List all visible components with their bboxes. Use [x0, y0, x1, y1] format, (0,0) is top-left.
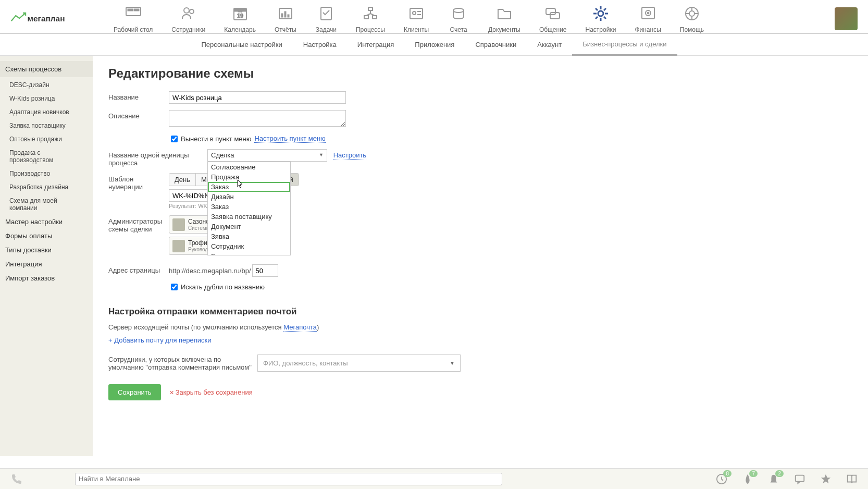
- unit-opt-3[interactable]: Дизайн: [208, 192, 290, 202]
- top-nav: мегаплан Рабочий стол Сотрудники апр19Ка…: [0, 0, 868, 34]
- sidebar-section-0[interactable]: Мастер настройки: [0, 215, 93, 229]
- megamail-link[interactable]: Мегапочта: [283, 323, 317, 332]
- menu-checkbox-label: Вынести в пункт меню: [181, 135, 251, 143]
- dup-label: Искать дубли по названию: [181, 283, 265, 291]
- sidebar-schema-3[interactable]: Заявка поставщику: [0, 119, 93, 132]
- sidebar-schema-1[interactable]: W-Kids розница: [0, 92, 93, 105]
- svg-rect-16: [364, 16, 368, 19]
- svg-rect-15: [368, 7, 373, 10]
- chat-icon: [542, 4, 564, 23]
- add-mail-link[interactable]: Добавить почту для переписки: [108, 336, 852, 344]
- nav-documents[interactable]: Документы: [479, 4, 530, 33]
- unit-opt-0[interactable]: Согласование: [208, 162, 290, 172]
- nav-tasks[interactable]: Задачи: [306, 4, 346, 33]
- sidebar-section-4[interactable]: Импорт заказов: [0, 271, 93, 285]
- nav-reports[interactable]: Отчёты: [265, 4, 306, 33]
- safe-icon: [637, 4, 659, 23]
- sidebar-schema-6[interactable]: Производство: [0, 167, 93, 180]
- subnav-apps[interactable]: Приложения: [404, 34, 465, 55]
- money-icon: [448, 4, 469, 23]
- unit-opt-8[interactable]: Сотрудник: [208, 241, 290, 251]
- svg-text:19: 19: [237, 13, 243, 19]
- main-layout: Схемы процессов DESC-дизайн W-Kids розни…: [0, 56, 868, 456]
- svg-point-19: [413, 11, 416, 15]
- clients-icon: [405, 4, 427, 23]
- subnav-account[interactable]: Аккаунт: [527, 34, 572, 55]
- sidebar-schema-8[interactable]: Схема для моей компании: [0, 194, 93, 215]
- tmpl-btn-day[interactable]: День: [169, 174, 196, 186]
- svg-rect-17: [373, 16, 377, 19]
- nav-help[interactable]: Помощь: [671, 4, 713, 33]
- svg-line-32: [596, 17, 598, 19]
- nav-desktop[interactable]: Рабочий стол: [104, 4, 162, 33]
- sub-nav: Персональные настройки Настройка Интегра…: [0, 34, 868, 56]
- logo[interactable]: мегаплан: [10, 11, 73, 27]
- subnav-bp[interactable]: Бизнес-процессы и сделки: [572, 34, 677, 56]
- svg-rect-3: [134, 9, 139, 11]
- sidebar-section-3[interactable]: Интеграция: [0, 257, 93, 271]
- svg-point-25: [598, 11, 603, 16]
- sidebar-section-2[interactable]: Типы доставки: [0, 243, 93, 257]
- svg-text:мегаплан: мегаплан: [28, 14, 65, 23]
- flow-icon: [359, 4, 381, 23]
- svg-line-30: [596, 8, 598, 10]
- menu-checkbox[interactable]: [171, 136, 178, 142]
- mail-server-text: Сервер исходящей почты (по умолчанию исп…: [108, 323, 852, 331]
- unit-opt-9[interactable]: Занятие: [208, 251, 290, 255]
- subnav-dicts[interactable]: Справочники: [465, 34, 527, 55]
- page-title: Редактирование схемы: [108, 66, 852, 81]
- users-icon: [178, 4, 200, 23]
- dup-checkbox[interactable]: [171, 284, 178, 290]
- nav-processes[interactable]: Процессы: [346, 4, 394, 33]
- name-input[interactable]: [169, 91, 346, 104]
- unit-opt-4[interactable]: Заказ: [208, 202, 290, 212]
- unit-opt-1[interactable]: Продажа: [208, 172, 290, 182]
- svg-point-36: [647, 12, 649, 14]
- sidebar-schema-5[interactable]: Продажа с производством: [0, 146, 93, 167]
- sidebar-heading[interactable]: Схемы процессов: [0, 61, 93, 77]
- nav-employees[interactable]: Сотрудники: [162, 4, 215, 33]
- subnav-personal[interactable]: Персональные настройки: [191, 34, 292, 55]
- user-avatar[interactable]: [835, 7, 858, 30]
- sidebar-schema-7[interactable]: Разработка дизайна: [0, 180, 93, 194]
- employee-select[interactable]: ФИО, должность, контакты: [257, 354, 461, 372]
- nav-items: Рабочий стол Сотрудники апр19Календарь О…: [104, 4, 835, 33]
- svg-rect-2: [128, 9, 133, 11]
- nav-clients[interactable]: Клиенты: [394, 4, 438, 33]
- configure-menu-link[interactable]: Настроить пункт меню: [254, 135, 325, 143]
- svg-line-31: [604, 17, 606, 19]
- sidebar-schema-0[interactable]: DESC-дизайн: [0, 78, 93, 92]
- unit-dropdown: Согласование Продажа Заказ Дизайн Заказ …: [207, 162, 291, 255]
- help-icon: [681, 4, 703, 23]
- unit-opt-5[interactable]: Заявка поставщику: [208, 212, 290, 222]
- subnav-setup[interactable]: Настройка: [293, 34, 347, 55]
- content: Редактирование схемы Название Описание В…: [93, 56, 868, 456]
- admin-avatar-0: [172, 218, 185, 231]
- subnav-integration[interactable]: Интеграция: [347, 34, 405, 55]
- svg-rect-18: [410, 8, 423, 19]
- unit-opt-6[interactable]: Документ: [208, 222, 290, 231]
- nav-finance[interactable]: Финансы: [625, 4, 670, 33]
- sidebar-schema-2[interactable]: Адаптация новичков: [0, 105, 93, 119]
- svg-rect-12: [284, 11, 286, 17]
- url-input[interactable]: [252, 264, 278, 277]
- unit-configure-link[interactable]: Настроить: [333, 151, 367, 160]
- nav-bills[interactable]: Счета: [438, 4, 479, 33]
- tasks-icon: [315, 4, 337, 23]
- unit-opt-2[interactable]: Заказ: [208, 182, 290, 192]
- svg-line-33: [604, 8, 606, 10]
- svg-rect-11: [281, 14, 283, 17]
- unit-opt-7[interactable]: Зявка: [208, 231, 290, 241]
- desc-textarea[interactable]: [169, 110, 346, 127]
- svg-point-38: [689, 11, 695, 16]
- nav-calendar[interactable]: апр19Календарь: [215, 4, 265, 33]
- calendar-icon: апр19: [229, 4, 251, 23]
- nav-settings[interactable]: Настройки: [576, 4, 626, 33]
- desktop-icon: [122, 4, 144, 23]
- sidebar-schema-4[interactable]: Оптовые продажи: [0, 132, 93, 146]
- nav-chat[interactable]: Общение: [530, 4, 576, 33]
- cancel-button[interactable]: Закрыть без сохранения: [169, 388, 253, 396]
- sidebar-section-1[interactable]: Формы оплаты: [0, 229, 93, 243]
- save-button[interactable]: Сохранить: [108, 384, 161, 400]
- unit-select[interactable]: Сделка Согласование Продажа Заказ Дизайн…: [207, 149, 327, 162]
